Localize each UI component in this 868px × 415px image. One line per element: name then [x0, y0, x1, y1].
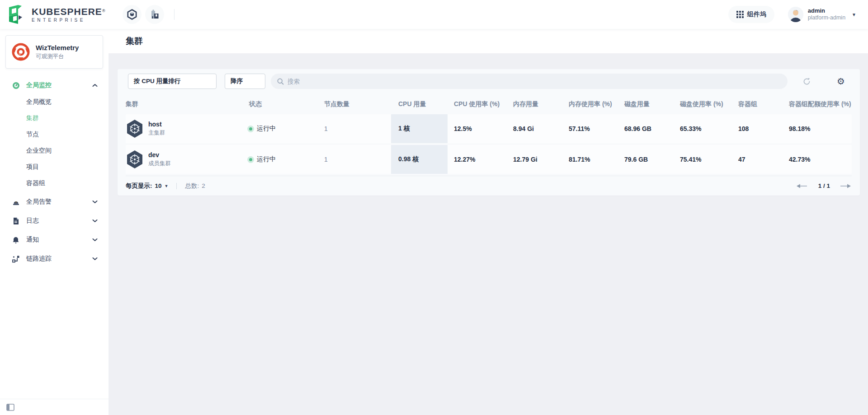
component-dock-button[interactable]: 组件坞	[728, 6, 774, 23]
collapse-sidebar-icon[interactable]	[6, 404, 14, 411]
column-header[interactable]: 磁盘用量	[618, 100, 674, 108]
wiztelemetry-logo-icon	[11, 42, 30, 61]
next-page-button[interactable]	[840, 182, 852, 190]
column-header[interactable]: 集群	[126, 100, 249, 108]
column-header[interactable]: 内存用量	[507, 100, 562, 108]
status-badge: 运行中	[257, 125, 276, 133]
sidebar-item-label: 全局告警	[26, 198, 92, 206]
refresh-button[interactable]	[799, 74, 814, 89]
kubesphere-logo[interactable]: KUBESPHERE® ENTERPRISE	[8, 5, 105, 24]
column-header[interactable]: CPU 用量	[391, 100, 448, 108]
topbar: KUBESPHERE® ENTERPRISE	[0, 0, 868, 29]
sidebar-item-notifications[interactable]: 通知	[6, 231, 102, 248]
status-dot	[249, 158, 252, 161]
user-menu[interactable]: admin platform-admin ▼	[788, 7, 856, 22]
page-indicator: 1 / 1	[818, 182, 830, 189]
page-title: 集群	[126, 35, 143, 47]
sidebar-item-label: 通知	[26, 236, 92, 244]
status-badge: 运行中	[257, 155, 276, 163]
chevron-down-icon	[92, 200, 98, 204]
column-header[interactable]: 磁盘使用率 (%)	[674, 100, 732, 108]
sidebar-nav: 全局监控 全局概览 集群 节点 企业空间 项目 容器组 全局告警	[0, 73, 108, 271]
cpu-rate: 12.27%	[448, 145, 507, 174]
cpu-usage: 1 核	[391, 114, 448, 143]
search-icon	[277, 78, 284, 85]
hexagon-cube-icon	[127, 9, 137, 20]
refresh-icon	[802, 77, 811, 86]
disk-usage: 68.96 GB	[618, 114, 674, 143]
sidebar: WizTelemetry 可观测平台 全局监控 全局概览 集群 节点 企业空间 …	[0, 29, 108, 415]
product-name: WizTelemetry	[36, 44, 79, 51]
chevron-down-icon	[92, 238, 98, 242]
per-page-value[interactable]: 10	[155, 182, 162, 189]
table-toolbar: 按 CPU 用量排行 降序 ⚙	[126, 74, 852, 89]
column-header[interactable]: 节点数量	[324, 100, 391, 108]
monitor-icon	[12, 81, 20, 89]
cluster-type: 成员集群	[148, 160, 171, 168]
alarm-icon	[12, 198, 20, 206]
column-header[interactable]: CPU 使用率 (%)	[448, 100, 507, 108]
user-role: platform-admin	[808, 14, 845, 22]
sidebar-item-logs[interactable]: 日志	[6, 212, 102, 229]
registered-mark: ®	[102, 8, 105, 13]
gear-icon: ⚙	[837, 76, 845, 87]
pod-quota-rate: 42.73%	[783, 145, 852, 174]
cluster-name[interactable]: host	[148, 121, 165, 128]
settings-button[interactable]: ⚙	[834, 74, 848, 89]
avatar	[788, 7, 803, 22]
column-header[interactable]: 容器组配额使用率 (%)	[783, 100, 852, 108]
cpu-rate: 12.5%	[448, 114, 507, 143]
chevron-up-icon	[92, 84, 98, 87]
sidebar-item-clusters[interactable]: 集群	[6, 110, 102, 126]
memory-rate: 81.71%	[562, 145, 618, 174]
column-header[interactable]: 状态	[249, 100, 324, 108]
disk-rate: 75.41%	[674, 145, 732, 174]
pagination-bar: 每页显示: 10 ▼ 总数: 2 1 / 1	[126, 176, 852, 196]
audit-button[interactable]	[145, 5, 164, 24]
memory-usage: 8.94 Gi	[507, 114, 562, 143]
chevron-down-icon	[92, 219, 98, 223]
sort-order-select[interactable]: 降序	[225, 74, 265, 89]
table-header: 集群 状态 节点数量 CPU 用量 CPU 使用率 (%) 内存用量 内存使用率…	[126, 94, 852, 114]
search-bar[interactable]	[271, 74, 788, 89]
trace-icon	[12, 255, 20, 263]
sidebar-item-projects[interactable]: 项目	[6, 159, 102, 175]
sidebar-item-label: 日志	[26, 217, 92, 225]
sidebar-item-workspaces[interactable]: 企业空间	[6, 143, 102, 159]
sidebar-item-label: 链路追踪	[26, 255, 92, 263]
cluster-name[interactable]: dev	[148, 151, 171, 159]
search-input[interactable]	[288, 78, 781, 85]
previous-page-button[interactable]	[797, 182, 808, 190]
per-page-label: 每页显示:	[126, 182, 152, 190]
sidebar-item-tracing[interactable]: 链路追踪	[6, 250, 102, 267]
pod-count: 108	[732, 114, 783, 143]
pagination-divider	[176, 183, 177, 189]
caret-down-icon[interactable]: ▼	[165, 184, 169, 188]
building-lock-icon	[150, 9, 160, 20]
extensions-button[interactable]	[123, 5, 142, 24]
page-header: 集群	[108, 29, 868, 53]
user-name: admin	[808, 7, 845, 14]
topbar-divider	[174, 9, 175, 20]
status-dot	[249, 127, 252, 131]
sidebar-item-nodes[interactable]: 节点	[6, 126, 102, 143]
memory-usage: 12.79 Gi	[507, 145, 562, 174]
pod-count: 47	[732, 145, 783, 174]
table-row-dev[interactable]: dev 成员集群 运行中 1 0.98 核 12.27% 12.79 Gi 81…	[126, 145, 852, 174]
sidebar-item-pods[interactable]: 容器组	[6, 175, 102, 191]
product-switcher[interactable]: WizTelemetry 可观测平台	[5, 35, 103, 69]
sidebar-item-global-alerting[interactable]: 全局告警	[6, 193, 102, 210]
pod-quota-rate: 98.18%	[783, 114, 852, 143]
sidebar-item-global-monitoring[interactable]: 全局监控	[6, 77, 102, 94]
sort-by-select[interactable]: 按 CPU 用量排行	[128, 74, 217, 89]
disk-usage: 79.6 GB	[618, 145, 674, 174]
sidebar-item-global-overview[interactable]: 全局概览	[6, 94, 102, 110]
cluster-type: 主集群	[148, 129, 165, 137]
grid-icon	[736, 11, 744, 18]
total-label: 总数:	[185, 182, 199, 190]
table-row-host[interactable]: host 主集群 运行中 1 1 核 12.5% 8.94 Gi 57.11% …	[126, 114, 852, 143]
column-header[interactable]: 内存使用率 (%)	[562, 100, 618, 108]
bell-icon	[12, 236, 20, 244]
column-header[interactable]: 容器组	[732, 100, 783, 108]
cpu-usage: 0.98 核	[391, 145, 448, 174]
